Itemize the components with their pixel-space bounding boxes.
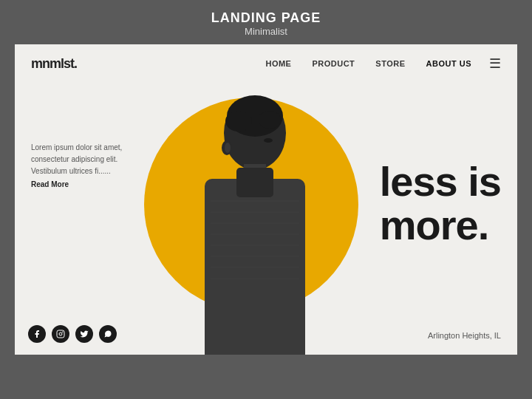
svg-point-19: [59, 332, 62, 335]
svg-point-3: [259, 111, 281, 129]
nav-home[interactable]: HOME: [265, 59, 291, 68]
svg-point-2: [225, 111, 252, 132]
top-bar: LANDING PAGE Minimalist: [0, 0, 532, 44]
page-title: LANDING PAGE: [0, 10, 532, 26]
tagline-line2: more.: [380, 204, 501, 248]
svg-rect-6: [236, 168, 273, 197]
tagline: less is more.: [380, 160, 501, 248]
svg-point-20: [62, 332, 64, 333]
svg-point-15: [264, 138, 273, 143]
person-image: [129, 83, 381, 355]
facebook-icon[interactable]: [28, 325, 46, 343]
hero-description: Lorem ipsum dolor sit amet, consectetur …: [31, 142, 146, 188]
svg-rect-5: [205, 179, 305, 355]
twitter-icon[interactable]: [75, 325, 93, 343]
nav-product[interactable]: PRODUCT: [312, 59, 355, 68]
svg-point-17: [225, 143, 231, 153]
page-subtitle: Minimalist: [0, 26, 532, 37]
nav-logo: mnmlst.: [31, 56, 77, 72]
social-icons: [28, 325, 117, 343]
hero-section: less is more. Lorem ipsum dolor sit amet…: [15, 83, 517, 355]
website-card: mnmlst. HOME PRODUCT STORE ABOUT US ☰: [15, 44, 517, 355]
whatsapp-icon[interactable]: [99, 325, 117, 343]
location-text: Arlington Heights, IL: [428, 331, 501, 340]
nav-store[interactable]: STORE: [375, 59, 405, 68]
read-more-button[interactable]: Read More: [31, 180, 146, 188]
nav: mnmlst. HOME PRODUCT STORE ABOUT US ☰: [15, 44, 517, 83]
nav-about[interactable]: ABOUT US: [426, 59, 471, 68]
body-text: Lorem ipsum dolor sit amet, consectetur …: [31, 142, 146, 177]
hamburger-icon[interactable]: ☰: [489, 55, 501, 72]
tagline-line1: less is: [380, 160, 501, 204]
svg-rect-18: [57, 330, 64, 338]
nav-links: HOME PRODUCT STORE ABOUT US: [265, 59, 471, 68]
instagram-icon[interactable]: [52, 325, 69, 343]
